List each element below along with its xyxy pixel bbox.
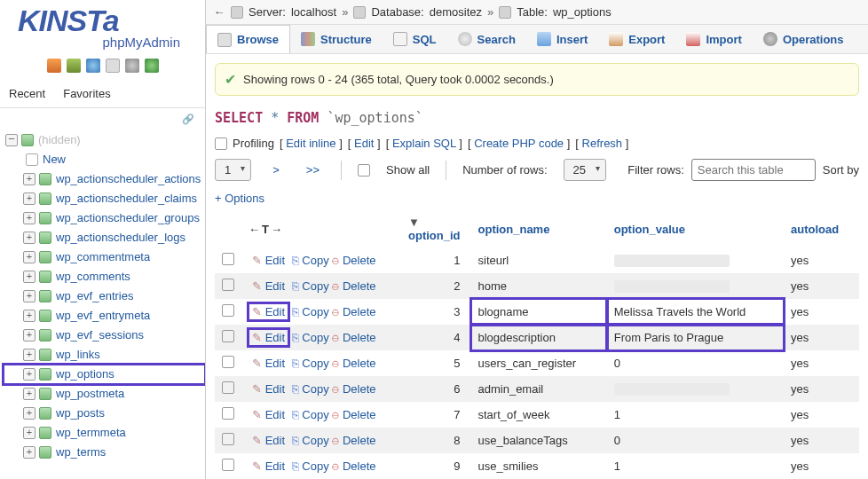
col-option-value[interactable]: option_value — [607, 210, 784, 247]
tree-table-wp_links[interactable]: +wp_links — [4, 345, 205, 365]
expand-icon[interactable]: + — [23, 368, 36, 381]
tree-table-wp_actionscheduler_actions[interactable]: +wp_actionscheduler_actions — [4, 169, 205, 189]
expand-icon[interactable]: + — [23, 329, 36, 342]
tree-table-wp_posts[interactable]: +wp_posts — [4, 404, 205, 423]
row-checkbox[interactable] — [222, 304, 234, 317]
link-refresh[interactable]: Refresh — [582, 137, 623, 150]
page-select[interactable]: 1 — [215, 159, 251, 181]
link-create-php[interactable]: Create PHP code — [474, 137, 564, 150]
tree-table-wp_options[interactable]: +wp_options — [4, 365, 205, 384]
settings-icon[interactable] — [125, 59, 139, 73]
tree-table-wp_actionscheduler_logs[interactable]: +wp_actionscheduler_logs — [4, 228, 205, 247]
link-edit-inline[interactable]: Edit inline — [286, 137, 335, 150]
num-rows-select[interactable]: 25 — [564, 159, 606, 181]
edit-button[interactable]: Edit — [249, 278, 288, 294]
link-edit[interactable]: Edit — [354, 137, 374, 150]
edit-button[interactable]: Edit — [249, 432, 288, 449]
row-checkbox[interactable] — [222, 433, 234, 445]
link-explain[interactable]: Explain SQL — [392, 137, 456, 150]
edit-button[interactable]: Edit — [249, 329, 288, 346]
documentation-icon[interactable] — [106, 59, 120, 73]
expand-icon[interactable]: + — [23, 192, 36, 205]
row-checkbox[interactable] — [222, 330, 234, 342]
help-icon[interactable] — [86, 59, 100, 73]
expand-icon[interactable]: + — [23, 271, 36, 283]
crumb-db-val[interactable]: demositez — [430, 5, 482, 19]
back-icon[interactable]: ← — [213, 5, 225, 19]
edit-button[interactable]: Edit — [249, 252, 288, 269]
options-link[interactable]: + Options — [215, 192, 264, 205]
tab-import[interactable]: Import — [675, 25, 752, 53]
reload-icon[interactable] — [145, 59, 159, 73]
tree-table-wp_terms[interactable]: +wp_terms — [4, 443, 205, 462]
row-checkbox[interactable] — [222, 381, 234, 394]
edit-button[interactable]: Edit — [249, 406, 288, 423]
tree-new[interactable]: New — [4, 150, 205, 169]
delete-button[interactable]: Delete — [332, 408, 375, 421]
tab-favorites[interactable]: Favorites — [54, 80, 119, 107]
last-page[interactable]: >> — [301, 160, 325, 180]
link-icon[interactable]: 🔗 — [0, 108, 205, 127]
col-arrows[interactable]: ←T→ — [249, 223, 284, 236]
col-autoload[interactable]: autoload — [784, 210, 859, 247]
delete-button[interactable]: Delete — [332, 434, 375, 447]
tree-table-wp_termmeta[interactable]: +wp_termmeta — [4, 423, 205, 443]
options-toggle[interactable]: + Options — [215, 192, 859, 205]
tab-operations[interactable]: Operations — [753, 25, 855, 53]
tab-sql[interactable]: SQL — [383, 25, 447, 53]
tab-export[interactable]: Export — [598, 25, 675, 53]
expand-icon[interactable]: + — [23, 407, 36, 420]
expand-icon[interactable]: + — [23, 251, 36, 263]
tree-table-wp_actionscheduler_claims[interactable]: +wp_actionscheduler_claims — [4, 189, 205, 208]
edit-button[interactable]: Edit — [249, 458, 288, 475]
delete-button[interactable]: Delete — [332, 382, 375, 396]
home-icon[interactable] — [47, 59, 61, 73]
tree-table-wp_evf_sessions[interactable]: +wp_evf_sessions — [4, 326, 205, 345]
tree-table-wp_evf_entrymeta[interactable]: +wp_evf_entrymeta — [4, 306, 205, 326]
tree-table-wp_comments[interactable]: +wp_comments — [4, 267, 205, 287]
expand-icon[interactable]: + — [23, 446, 36, 459]
expand-icon[interactable]: + — [23, 349, 36, 361]
expand-icon[interactable]: + — [23, 310, 36, 322]
exit-icon[interactable] — [67, 59, 81, 73]
expand-icon[interactable]: + — [23, 427, 36, 439]
copy-button[interactable]: Copy — [292, 254, 329, 267]
tab-structure[interactable]: Structure — [290, 25, 383, 53]
delete-button[interactable]: Delete — [332, 254, 375, 267]
delete-button[interactable]: Delete — [332, 459, 375, 473]
expand-icon[interactable]: + — [23, 290, 36, 302]
copy-button[interactable]: Copy — [292, 331, 329, 344]
copy-button[interactable]: Copy — [292, 305, 329, 318]
row-checkbox[interactable] — [222, 253, 234, 265]
copy-button[interactable]: Copy — [292, 459, 329, 473]
show-all-checkbox[interactable] — [358, 164, 370, 177]
copy-button[interactable]: Copy — [292, 357, 329, 370]
row-checkbox[interactable] — [222, 356, 234, 368]
delete-button[interactable]: Delete — [332, 279, 375, 293]
col-option-id[interactable]: option_id — [408, 229, 461, 242]
tree-table-wp_postmeta[interactable]: +wp_postmeta — [4, 384, 205, 404]
edit-button[interactable]: Edit — [249, 381, 288, 397]
expand-icon[interactable]: + — [23, 388, 36, 400]
collapse-icon[interactable]: − — [5, 134, 18, 146]
delete-button[interactable]: Delete — [332, 305, 375, 318]
tab-recent[interactable]: Recent — [0, 80, 54, 107]
expand-icon[interactable]: + — [23, 212, 36, 224]
tree-table-wp_actionscheduler_groups[interactable]: +wp_actionscheduler_groups — [4, 208, 205, 228]
tab-search[interactable]: Search — [447, 25, 526, 53]
profiling-checkbox[interactable] — [215, 137, 227, 150]
row-checkbox[interactable] — [222, 407, 234, 420]
delete-button[interactable]: Delete — [332, 357, 375, 370]
copy-button[interactable]: Copy — [292, 408, 329, 421]
edit-button[interactable]: Edit — [249, 303, 288, 320]
row-checkbox[interactable] — [222, 459, 234, 471]
col-option-name[interactable]: option_name — [471, 210, 607, 247]
copy-button[interactable]: Copy — [292, 382, 329, 396]
next-page[interactable]: > — [267, 160, 285, 180]
row-checkbox[interactable] — [222, 279, 234, 291]
tab-insert[interactable]: Insert — [526, 25, 598, 53]
tree-root[interactable]: − (hidden) — [4, 130, 205, 150]
tree-table-wp_commentmeta[interactable]: +wp_commentmeta — [4, 247, 205, 267]
copy-button[interactable]: Copy — [292, 279, 329, 293]
crumb-table-val[interactable]: wp_options — [553, 5, 612, 19]
